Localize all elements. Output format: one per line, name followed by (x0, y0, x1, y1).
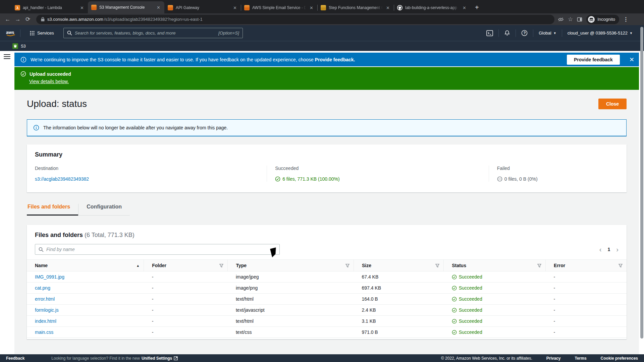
tab-files-and-folders[interactable]: Files and folders (27, 204, 78, 216)
tab-ses[interactable]: AWS Simple Email Service - De ✕ (241, 2, 317, 13)
provide-feedback-button[interactable]: Provide feedback (567, 55, 620, 65)
close-icon[interactable]: ✕ (385, 5, 390, 11)
aws-search-input[interactable] (75, 31, 216, 36)
aws-logo[interactable]: aws (5, 29, 17, 37)
feedback-link[interactable]: Feedback (6, 356, 24, 361)
browser-menu-icon[interactable]: ⋮ (623, 16, 629, 22)
tab-title: S3 Management Console (99, 5, 153, 10)
svg-text:aws: aws (6, 30, 14, 35)
favorite-s3-label[interactable]: S3 (21, 44, 26, 49)
help-icon[interactable]: ? (519, 30, 530, 36)
aws-search-box[interactable]: [Option+S] (63, 28, 243, 38)
divider (562, 29, 562, 37)
column-type[interactable]: Type (236, 263, 247, 268)
page-scrollbar[interactable] (640, 27, 643, 354)
services-label: Services (37, 31, 54, 36)
filter-icon[interactable] (619, 264, 623, 267)
table-row: error.html - text/html 164.0 B Succeeded… (27, 294, 627, 305)
privacy-link[interactable]: Privacy (546, 356, 561, 361)
tab-api-gateway[interactable]: API Gateway ✕ (164, 2, 241, 13)
column-name[interactable]: Name (35, 263, 48, 268)
notifications-bell-icon[interactable] (502, 30, 512, 36)
success-title: Upload succeeded (30, 71, 71, 77)
info-icon (20, 57, 26, 63)
close-icon[interactable]: ✕ (462, 5, 467, 11)
eye-slash-icon[interactable] (558, 17, 564, 22)
tab-s3-console[interactable]: S3 Management Console ✕ (88, 1, 164, 13)
reload-icon[interactable]: ⟳ (23, 16, 33, 23)
find-by-name-box[interactable] (35, 244, 280, 255)
s3-service-icon[interactable] (12, 43, 18, 49)
file-type: text/css (228, 327, 354, 338)
close-icon[interactable]: ✕ (309, 5, 314, 11)
find-by-name-input[interactable] (46, 247, 276, 252)
filter-icon[interactable] (345, 264, 350, 267)
footer: Feedback Looking for language selection?… (0, 354, 644, 362)
tab-lambda[interactable]: λ api_handler - Lambda ✕ (11, 2, 88, 13)
tab-step-functions[interactable]: Step Functions Management C ✕ (317, 2, 394, 13)
menu-hamburger-icon[interactable] (4, 54, 10, 59)
status-badge: Succeeded (459, 329, 482, 335)
current-page[interactable]: 1 (608, 247, 610, 252)
browser-toolbar: ← → ⟳ s3.console.aws.amazon.com/s3/uploa… (0, 13, 644, 25)
status-badge: Succeeded (459, 307, 482, 313)
sort-ascending-icon[interactable]: ▲ (136, 264, 140, 267)
destination-label: Destination (35, 166, 259, 171)
close-icon[interactable]: ✕ (232, 5, 237, 11)
column-folder[interactable]: Folder (152, 263, 166, 268)
tab-title: AWS Simple Email Service - De (252, 5, 306, 10)
close-icon[interactable]: ✕ (156, 5, 161, 10)
files-table: Name▲ Folder Type Size Status Error IMG_… (27, 259, 627, 338)
account-menu[interactable]: cloud_user @ 0389-5536-5122 ▼ (566, 31, 635, 36)
lock-icon (41, 17, 45, 21)
back-icon[interactable]: ← (3, 16, 13, 23)
files-table-body: IMG_0991.jpg - image/jpeg 67.4 KB Succee… (27, 272, 627, 338)
file-name-link[interactable]: index.html (35, 318, 56, 324)
scrollbar-thumb[interactable] (640, 27, 643, 339)
close-icon[interactable]: ✕ (79, 5, 85, 11)
check-circle-icon (452, 275, 457, 280)
forward-icon[interactable]: → (13, 16, 23, 23)
previous-page-icon[interactable]: ‹ (599, 246, 602, 253)
info-alert-text: The information below will no longer be … (43, 125, 228, 130)
filter-icon[interactable] (219, 264, 223, 267)
file-name-link[interactable]: main.css (35, 329, 53, 335)
cookie-preferences-link[interactable]: Cookie preferences (601, 356, 638, 361)
column-status[interactable]: Status (452, 263, 466, 268)
file-name-link[interactable]: cat.png (35, 285, 50, 291)
side-panel-icon[interactable] (577, 17, 582, 22)
tab-github[interactable]: lab-building-a-serverless-app ✕ (394, 2, 470, 13)
cloudshell-icon[interactable] (484, 30, 495, 36)
check-circle-icon (275, 176, 280, 182)
file-name-link[interactable]: IMG_0991.jpg (35, 274, 64, 280)
tab-configuration[interactable]: Configuration (78, 204, 130, 216)
file-name-link[interactable]: error.html (35, 296, 55, 302)
filter-icon[interactable] (435, 264, 439, 267)
close-button[interactable]: Close (598, 99, 627, 109)
file-error: - (546, 305, 627, 316)
info-alert: The information below will no longer be … (27, 119, 627, 136)
destination-bucket-link[interactable]: s3://acglab239482349382 (35, 176, 89, 182)
url-bar[interactable]: s3.console.aws.amazon.com/s3/upload/acgl… (36, 15, 554, 24)
succeeded-label: Succeeded (275, 166, 481, 171)
file-name-link[interactable]: formlogic.js (35, 307, 59, 313)
services-menu[interactable]: Services (30, 31, 54, 36)
file-folder: - (144, 272, 228, 283)
github-icon (397, 5, 402, 10)
next-page-icon[interactable]: › (616, 246, 619, 253)
column-size[interactable]: Size (362, 263, 371, 268)
column-error[interactable]: Error (554, 263, 565, 268)
region-selector[interactable]: Global ▼ (537, 31, 558, 36)
new-tab-button[interactable]: + (475, 4, 479, 11)
close-banner-icon[interactable]: ✕ (629, 56, 634, 63)
filter-icon[interactable] (537, 264, 541, 267)
tab-title: Step Functions Management C (329, 5, 383, 10)
view-details-link[interactable]: View details below. (29, 79, 634, 84)
file-folder: - (144, 283, 228, 294)
terms-link[interactable]: Terms (575, 356, 586, 361)
failed-label: Failed (497, 166, 619, 171)
search-icon (39, 247, 44, 252)
unified-settings-link[interactable]: Unified Settings (142, 356, 172, 361)
bookmark-star-icon[interactable]: ☆ (568, 16, 573, 23)
favorites-bar: S3 (0, 41, 644, 51)
